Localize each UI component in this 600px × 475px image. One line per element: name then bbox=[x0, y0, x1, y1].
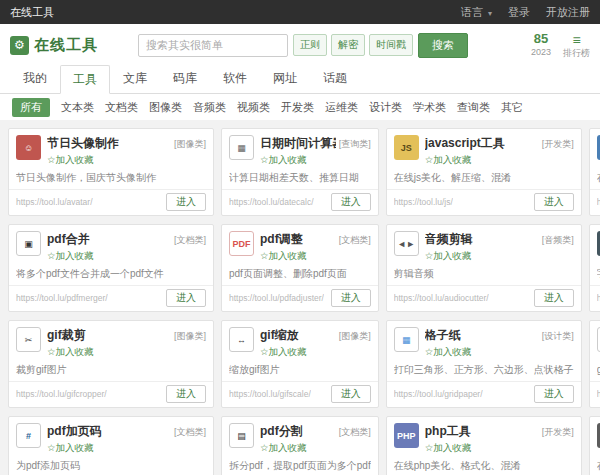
tool-url-link[interactable]: https://tool.lu/js/ bbox=[394, 197, 453, 207]
tool-description: 裁剪gif图片 bbox=[16, 363, 206, 377]
tool-card: ✂ gif分割 [图像类] ☆加入收藏 gif分割为多张图片 https://t… bbox=[589, 320, 600, 408]
add-favorite-button[interactable]: ☆加入收藏 bbox=[425, 346, 574, 359]
register-link[interactable]: 开放注册 bbox=[546, 5, 590, 20]
enter-button[interactable]: 进入 bbox=[534, 289, 574, 307]
search-input[interactable] bbox=[138, 34, 288, 57]
tool-url-link[interactable]: https://tool.lu/avatar/ bbox=[16, 197, 93, 207]
enter-button[interactable]: 进入 bbox=[534, 385, 574, 403]
tool-url-link[interactable]: https://tool.lu/gridpaper/ bbox=[394, 389, 483, 399]
favorite-label: 加入收藏 bbox=[269, 442, 307, 453]
favorite-label: 加入收藏 bbox=[433, 250, 471, 261]
stat-counter[interactable]: 85 2023 bbox=[531, 32, 551, 57]
tool-card: CSS css工具 [开发类] ☆加入收藏 在线css美化、格式化、压缩 htt… bbox=[589, 128, 600, 216]
add-favorite-button[interactable]: ☆加入收藏 bbox=[260, 250, 371, 263]
add-favorite-button[interactable]: ☆加入收藏 bbox=[47, 442, 206, 455]
enter-button[interactable]: 进入 bbox=[331, 385, 371, 403]
tool-title[interactable]: php工具 bbox=[425, 423, 471, 440]
star-icon: ☆ bbox=[260, 346, 269, 357]
quick-button-0[interactable]: 正则 bbox=[293, 34, 327, 56]
tool-title[interactable]: gif裁剪 bbox=[47, 327, 86, 344]
add-favorite-button[interactable]: ☆加入收藏 bbox=[47, 250, 206, 263]
login-link[interactable]: 登录 bbox=[508, 5, 530, 20]
title-row: 节日头像制作 [图像类] bbox=[47, 135, 206, 152]
rank-button[interactable]: ≡ 排行榜 bbox=[563, 32, 590, 58]
category-11[interactable]: 其它 bbox=[501, 100, 523, 115]
tool-title[interactable]: pdf分割 bbox=[260, 423, 303, 440]
category-0[interactable]: 所有 bbox=[12, 98, 50, 117]
enter-button[interactable]: 进入 bbox=[331, 193, 371, 211]
add-favorite-button[interactable]: ☆加入收藏 bbox=[260, 346, 371, 359]
calendar-icon: ▦ bbox=[229, 135, 254, 160]
star-icon: ☆ bbox=[260, 154, 269, 165]
tab-1[interactable]: 工具 bbox=[60, 65, 110, 94]
category-3[interactable]: 图像类 bbox=[149, 100, 182, 115]
tool-url-link[interactable]: https://tool.lu/pdfadjuster/ bbox=[229, 293, 324, 303]
tool-title[interactable]: javascript工具 bbox=[425, 135, 505, 152]
card-top: ▦ 格子纸 [设计类] ☆加入收藏 bbox=[394, 327, 574, 359]
tab-6[interactable]: 话题 bbox=[310, 64, 360, 93]
add-favorite-button[interactable]: ☆加入收藏 bbox=[425, 250, 574, 263]
add-favorite-button[interactable]: ☆加入收藏 bbox=[47, 346, 206, 359]
add-favorite-button[interactable]: ☆加入收藏 bbox=[425, 442, 574, 455]
tool-url-link[interactable]: https://tool.lu/pdfmerger/ bbox=[16, 293, 108, 303]
tool-card: ☺ 节日头像制作 [图像类] ☆加入收藏 节日头像制作，国庆节头像制作 http… bbox=[8, 128, 214, 216]
add-favorite-button[interactable]: ☆加入收藏 bbox=[47, 154, 206, 167]
enter-button[interactable]: 进入 bbox=[166, 289, 206, 307]
tool-title[interactable]: 音频剪辑 bbox=[425, 231, 473, 248]
tab-0[interactable]: 我的 bbox=[10, 64, 60, 93]
quick-button-1[interactable]: 解密 bbox=[331, 34, 365, 56]
category-1[interactable]: 文本类 bbox=[61, 100, 94, 115]
search-button[interactable]: 搜索 bbox=[418, 33, 468, 58]
category-7[interactable]: 运维类 bbox=[325, 100, 358, 115]
card-meta: 节日头像制作 [图像类] ☆加入收藏 bbox=[47, 135, 206, 167]
avatar-icon: ☺ bbox=[16, 135, 41, 160]
tab-4[interactable]: 软件 bbox=[210, 64, 260, 93]
category-10[interactable]: 查询类 bbox=[457, 100, 490, 115]
enter-button[interactable]: 进入 bbox=[166, 385, 206, 403]
tool-category-tag: [文档类] bbox=[339, 234, 371, 247]
site-logo[interactable]: ⚙ 在线工具 bbox=[10, 36, 138, 55]
category-8[interactable]: 设计类 bbox=[369, 100, 402, 115]
title-row: javascript工具 [开发类] bbox=[425, 135, 574, 152]
card-footer: https://tool.lu/pdfadjuster/ 进入 bbox=[222, 285, 378, 311]
star-icon: ☆ bbox=[260, 250, 269, 261]
language-menu[interactable]: 语言 ▾ bbox=[461, 5, 492, 20]
category-6[interactable]: 开发类 bbox=[281, 100, 314, 115]
category-2[interactable]: 文档类 bbox=[105, 100, 138, 115]
card-meta: gif裁剪 [图像类] ☆加入收藏 bbox=[47, 327, 206, 359]
quick-button-2[interactable]: 时间戳 bbox=[369, 34, 413, 56]
tool-title[interactable]: 格子纸 bbox=[425, 327, 461, 344]
category-5[interactable]: 视频类 bbox=[237, 100, 270, 115]
tool-category-tag: [图像类] bbox=[339, 330, 371, 343]
add-favorite-button[interactable]: ☆加入收藏 bbox=[425, 154, 574, 167]
tool-title[interactable]: pdf合并 bbox=[47, 231, 90, 248]
tool-url-link[interactable]: https://tool.lu/gifscale/ bbox=[229, 389, 311, 399]
tool-card: ◄► 音频剪辑 [音频类] ☆加入收藏 剪辑音频 https://tool.lu… bbox=[386, 224, 582, 312]
favorite-label: 加入收藏 bbox=[56, 442, 94, 453]
topbar-brand-link[interactable]: 在线工具 bbox=[10, 5, 54, 20]
tab-5[interactable]: 网址 bbox=[260, 64, 310, 93]
category-9[interactable]: 学术类 bbox=[413, 100, 446, 115]
enter-button[interactable]: 进入 bbox=[166, 193, 206, 211]
card-meta: pdf调整 [文档类] ☆加入收藏 bbox=[260, 231, 371, 263]
card-footer: https://tool.lu/css/ 进入 bbox=[590, 189, 600, 215]
tab-2[interactable]: 文库 bbox=[110, 64, 160, 93]
add-favorite-button[interactable]: ☆加入收藏 bbox=[260, 442, 371, 455]
tool-title[interactable]: 日期时间计算器 bbox=[260, 135, 336, 152]
star-icon: ☆ bbox=[425, 250, 434, 261]
tool-card: ▦ 拼图 [图像类] ☆加入收藏 字幕拼接 https://tool.lu/st… bbox=[589, 224, 600, 312]
tool-url-link[interactable]: https://tool.lu/gifcropper/ bbox=[16, 389, 107, 399]
tab-3[interactable]: 码库 bbox=[160, 64, 210, 93]
tool-title[interactable]: pdf加页码 bbox=[47, 423, 102, 440]
enter-button[interactable]: 进入 bbox=[534, 193, 574, 211]
add-favorite-button[interactable]: ☆加入收藏 bbox=[260, 154, 371, 167]
tool-title[interactable]: 节日头像制作 bbox=[47, 135, 119, 152]
tool-title[interactable]: pdf调整 bbox=[260, 231, 303, 248]
enter-button[interactable]: 进入 bbox=[331, 289, 371, 307]
tool-category-tag: [查询类] bbox=[339, 138, 371, 151]
category-4[interactable]: 音频类 bbox=[193, 100, 226, 115]
tool-url-link[interactable]: https://tool.lu/audiocutter/ bbox=[394, 293, 489, 303]
tool-title[interactable]: gif缩放 bbox=[260, 327, 299, 344]
tool-url-link[interactable]: https://tool.lu/datecalc/ bbox=[229, 197, 314, 207]
tool-card: JS javascript工具 [开发类] ☆加入收藏 在线js美化、解压缩、混… bbox=[386, 128, 582, 216]
